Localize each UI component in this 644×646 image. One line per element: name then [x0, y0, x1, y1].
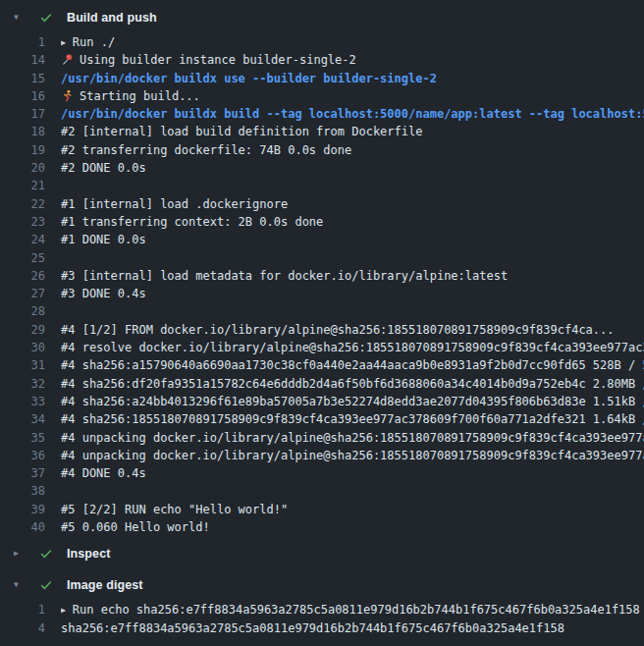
line-text: #5 0.060 Hello world! — [61, 520, 210, 534]
log-line[interactable]: 18#2 [internal] load build definition fr… — [0, 123, 644, 140]
log-line[interactable]: 40#5 0.060 Hello world! — [0, 518, 644, 536]
log-line[interactable]: 38 — [0, 482, 644, 500]
line-text: #4 [1/2] FROM docker.io/library/alpine@s… — [61, 323, 615, 337]
line-number: 4 — [0, 619, 45, 637]
section-header-image-digest[interactable]: ▼Image digest — [0, 575, 644, 595]
line-number: 20 — [0, 159, 45, 177]
line-content: #1 transferring context: 2B 0.0s done — [61, 213, 644, 231]
chevron-down-icon[interactable]: ▼ — [14, 575, 27, 595]
line-content: #4 unpacking docker.io/library/alpine@sh… — [61, 429, 644, 447]
line-number: 38 — [0, 482, 45, 500]
line-number: 14 — [0, 51, 45, 69]
check-icon — [38, 578, 53, 593]
line-number: 22 — [0, 195, 45, 213]
line-content: #4 [1/2] FROM docker.io/library/alpine@s… — [61, 321, 644, 339]
line-number: 15 — [0, 70, 45, 87]
log-lines-image-digest: 1▶Run echo sha256:e7ff8834a5963a2785c5a0… — [0, 601, 644, 637]
line-number: 31 — [0, 356, 45, 374]
log-line[interactable]: 34#4 sha256:185518070891758909c9f839cf4c… — [0, 410, 644, 428]
log-line[interactable]: 27#3 DONE 0.4s — [0, 285, 644, 302]
line-content: #1 DONE 0.0s — [61, 231, 644, 248]
line-text: #1 [internal] load .dockerignore — [61, 197, 288, 211]
line-number: 37 — [0, 464, 45, 482]
line-number: 21 — [0, 177, 45, 194]
log-line[interactable]: 35#4 unpacking docker.io/library/alpine@… — [0, 429, 644, 447]
line-text: /usr/bin/docker buildx build --tag local… — [61, 107, 644, 121]
line-text: #4 DONE 0.4s — [61, 466, 146, 480]
line-content — [61, 177, 644, 194]
log-line[interactable]: 22#1 [internal] load .dockerignore — [0, 195, 644, 213]
line-content: #4 resolve docker.io/library/alpine@sha2… — [61, 339, 644, 356]
section-label: Build and push — [67, 11, 157, 25]
line-content — [61, 482, 644, 500]
log-line[interactable]: 16Starting build... — [0, 87, 644, 105]
line-text: #2 transferring dockerfile: 74B 0.0s don… — [61, 143, 351, 157]
log-line[interactable]: 1▶Run ./ — [0, 33, 644, 51]
line-content: sha256:e7ff8834a5963a2785c5a0811e979d16b… — [61, 619, 644, 637]
line-text: #3 DONE 0.4s — [61, 287, 146, 300]
log-line[interactable]: 28 — [0, 302, 644, 320]
play-icon[interactable]: ▶ — [61, 38, 66, 47]
line-content: #2 DONE 0.0s — [61, 159, 644, 177]
line-content: #4 unpacking docker.io/library/alpine@sh… — [61, 447, 644, 464]
line-text: #4 unpacking docker.io/library/alpine@sh… — [61, 449, 644, 462]
line-content: #5 0.060 Hello world! — [61, 518, 644, 536]
line-text: #2 [internal] load build definition from… — [61, 125, 422, 138]
check-icon — [38, 547, 53, 562]
line-number: 1 — [0, 33, 45, 51]
line-number: 24 — [0, 231, 45, 248]
line-content: /usr/bin/docker buildx use --builder bui… — [61, 70, 644, 87]
line-text: #4 resolve docker.io/library/alpine@sha2… — [61, 341, 644, 354]
line-content: #4 sha256:a24bb4013296f61e89ba57005a7b3e… — [61, 393, 644, 410]
play-icon[interactable]: ▶ — [61, 606, 66, 615]
log-line[interactable]: 30#4 resolve docker.io/library/alpine@sh… — [0, 339, 644, 356]
line-content: #5 [2/2] RUN echo "Hello world!" — [61, 501, 644, 518]
line-text: #4 sha256:df20fa9351a15782c64e6dddb2d4a6… — [61, 377, 644, 391]
line-content — [61, 302, 644, 320]
line-content[interactable]: ▶Run echo sha256:e7ff8834a5963a2785c5a08… — [61, 601, 644, 619]
line-number: 34 — [0, 410, 45, 428]
log-line[interactable]: 36#4 unpacking docker.io/library/alpine@… — [0, 447, 644, 464]
log-line[interactable]: 26#3 [internal] load metadata for docker… — [0, 267, 644, 285]
line-content: Starting build... — [61, 87, 644, 105]
line-number: 35 — [0, 429, 45, 447]
line-content: #4 sha256:185518070891758909c9f839cf4ca3… — [61, 410, 644, 428]
log-line[interactable]: 39#5 [2/2] RUN echo "Hello world!" — [0, 501, 644, 518]
log-line[interactable]: 17/usr/bin/docker buildx build --tag loc… — [0, 105, 644, 123]
line-text: #4 sha256:a15790640a6690aa1730c38cf0a440… — [61, 358, 644, 372]
log-line[interactable]: 33#4 sha256:a24bb4013296f61e89ba57005a7b… — [0, 393, 644, 410]
log-line[interactable]: 31#4 sha256:a15790640a6690aa1730c38cf0a4… — [0, 356, 644, 374]
line-text: Starting build... — [80, 89, 200, 103]
log-line[interactable]: 14Using builder instance builder-single-… — [0, 51, 644, 69]
log-line[interactable]: 32#4 sha256:df20fa9351a15782c64e6dddb2d4… — [0, 375, 644, 393]
log-line[interactable]: 21 — [0, 177, 644, 194]
section-label: Image digest — [67, 578, 143, 592]
log-line[interactable]: 19#2 transferring dockerfile: 74B 0.0s d… — [0, 141, 644, 159]
log-line[interactable]: 20#2 DONE 0.0s — [0, 159, 644, 177]
line-number: 29 — [0, 321, 45, 339]
chevron-right-icon[interactable]: ▶ — [14, 544, 27, 564]
log-line[interactable]: 24#1 DONE 0.0s — [0, 231, 644, 248]
line-content: #2 [internal] load build definition from… — [61, 123, 644, 140]
line-text: #1 DONE 0.0s — [61, 233, 146, 246]
line-content[interactable]: ▶Run ./ — [61, 33, 644, 51]
log-line[interactable]: 1▶Run echo sha256:e7ff8834a5963a2785c5a0… — [0, 601, 644, 619]
line-content: #1 [internal] load .dockerignore — [61, 195, 644, 213]
section-header-inspect[interactable]: ▶Inspect — [0, 544, 644, 564]
log-line[interactable]: 37#4 DONE 0.4s — [0, 464, 644, 482]
log-line[interactable]: 15/usr/bin/docker buildx use --builder b… — [0, 70, 644, 87]
line-content: Using builder instance builder-single-2 — [61, 51, 644, 69]
log-line[interactable]: 4sha256:e7ff8834a5963a2785c5a0811e979d16… — [0, 619, 644, 637]
line-number: 33 — [0, 393, 45, 410]
log-line[interactable]: 23#1 transferring context: 2B 0.0s done — [0, 213, 644, 231]
log-line[interactable]: 25 — [0, 249, 644, 267]
section-header-build-and-push[interactable]: ▼Build and push — [0, 8, 644, 27]
chevron-down-icon[interactable]: ▼ — [14, 8, 27, 27]
log-line[interactable]: 29#4 [1/2] FROM docker.io/library/alpine… — [0, 321, 644, 339]
line-text: #4 unpacking docker.io/library/alpine@sh… — [61, 431, 644, 445]
pin-icon — [61, 53, 74, 66]
line-text: #3 [internal] load metadata for docker.i… — [61, 269, 508, 283]
check-icon — [38, 11, 53, 26]
line-content: #2 transferring dockerfile: 74B 0.0s don… — [61, 141, 644, 159]
line-text: Run ./ — [73, 35, 115, 49]
